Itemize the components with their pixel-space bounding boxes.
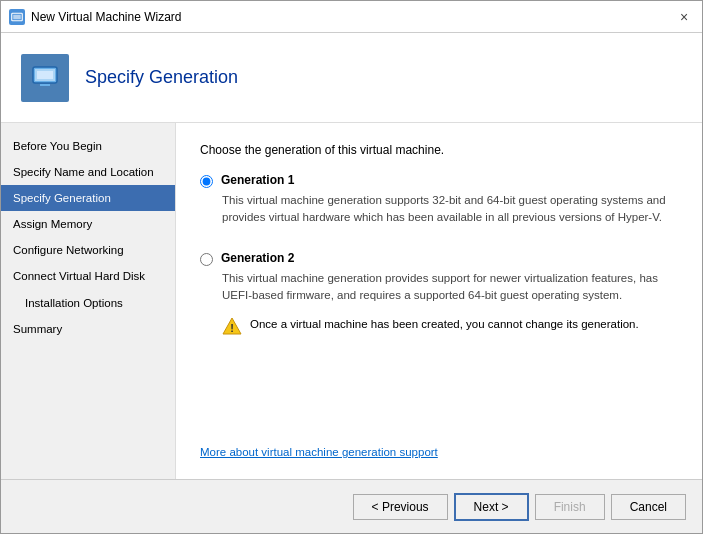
previous-button[interactable]: < Previous	[353, 494, 448, 520]
generation1-description: This virtual machine generation supports…	[222, 192, 678, 227]
header-icon	[21, 54, 69, 102]
svg-text:!: !	[230, 322, 234, 334]
generation1-label[interactable]: Generation 1	[221, 173, 294, 187]
content-area: Before You Begin Specify Name and Locati…	[1, 123, 702, 479]
generation2-description: This virtual machine generation provides…	[222, 270, 678, 305]
window-title: New Virtual Machine Wizard	[31, 10, 674, 24]
wizard-title: Specify Generation	[85, 67, 238, 88]
finish-button[interactable]: Finish	[535, 494, 605, 520]
generation1-radio[interactable]	[200, 175, 213, 188]
instruction-text: Choose the generation of this virtual ma…	[200, 143, 678, 157]
wizard-window: New Virtual Machine Wizard × Specify Gen…	[0, 0, 703, 534]
svg-rect-1	[13, 14, 21, 19]
sidebar-item-specify-generation[interactable]: Specify Generation	[1, 185, 175, 211]
svg-rect-6	[37, 71, 53, 79]
generation2-label[interactable]: Generation 2	[221, 251, 294, 265]
title-bar: New Virtual Machine Wizard ×	[1, 1, 702, 33]
sidebar-item-before-you-begin[interactable]: Before You Begin	[1, 133, 175, 159]
close-button[interactable]: ×	[674, 7, 694, 27]
sidebar-item-assign-memory[interactable]: Assign Memory	[1, 211, 175, 237]
generation2-group: Generation 2 This virtual machine genera…	[200, 251, 678, 337]
sidebar-item-configure-networking[interactable]: Configure Networking	[1, 237, 175, 263]
more-info-link[interactable]: More about virtual machine generation su…	[200, 446, 438, 458]
sidebar: Before You Begin Specify Name and Locati…	[1, 123, 176, 479]
svg-rect-5	[37, 86, 53, 88]
wizard-header: Specify Generation	[1, 33, 702, 123]
main-panel: Choose the generation of this virtual ma…	[176, 123, 702, 479]
next-button[interactable]: Next >	[454, 493, 529, 521]
window-icon	[9, 9, 25, 25]
generation2-radio[interactable]	[200, 253, 213, 266]
sidebar-item-specify-name[interactable]: Specify Name and Location	[1, 159, 175, 185]
generation1-group: Generation 1 This virtual machine genera…	[200, 173, 678, 239]
sidebar-item-connect-vhd[interactable]: Connect Virtual Hard Disk	[1, 263, 175, 289]
warning-text: Once a virtual machine has been created,…	[250, 316, 639, 333]
link-area: More about virtual machine generation su…	[200, 425, 678, 459]
sidebar-item-summary[interactable]: Summary	[1, 316, 175, 342]
footer: < Previous Next > Finish Cancel	[1, 479, 702, 533]
generation2-option[interactable]: Generation 2	[200, 251, 678, 266]
warning-icon: !	[222, 316, 242, 336]
warning-box: ! Once a virtual machine has been create…	[222, 316, 678, 336]
generation1-option[interactable]: Generation 1	[200, 173, 678, 188]
sidebar-item-installation-options[interactable]: Installation Options	[1, 290, 175, 316]
cancel-button[interactable]: Cancel	[611, 494, 686, 520]
